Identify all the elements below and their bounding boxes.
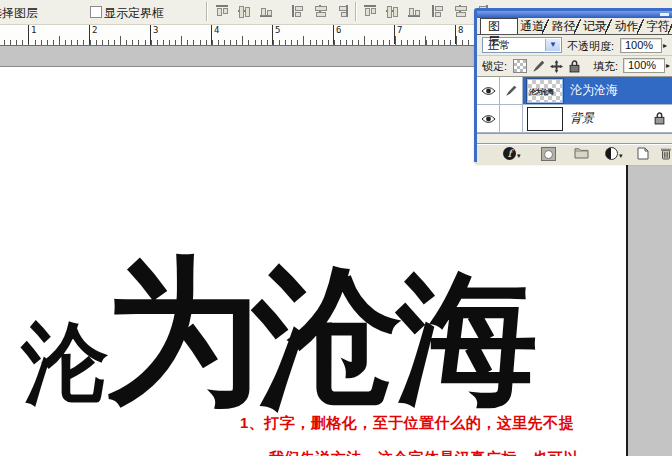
layer-row-background[interactable]: 背景	[477, 105, 672, 133]
tab-character[interactable]: 字符	[644, 19, 672, 34]
layer-name[interactable]: 沦为沧海	[570, 82, 618, 99]
ruler-tick-label: 8	[455, 25, 463, 44]
distribute-vcenter-icon[interactable]	[385, 4, 400, 18]
lock-position-move-icon[interactable]	[549, 59, 563, 73]
ruler-tick-label: 5	[272, 25, 280, 44]
chevron-down-icon[interactable]: ▼	[545, 39, 560, 51]
link-empty-cell[interactable]	[500, 105, 523, 132]
visibility-eye-icon[interactable]	[477, 105, 500, 132]
ruler-tick-label: 3	[150, 25, 158, 44]
caption-line: 1、打字，删格化，至于位置什么的，这里先不提	[240, 414, 579, 432]
layer-select-area[interactable]: 沦为沧海 沦为沧海	[523, 77, 672, 104]
tab-actions[interactable]: 动作	[612, 19, 643, 34]
show-bounding-box-checkbox[interactable]	[90, 6, 102, 18]
artwork-char: 为	[104, 264, 262, 400]
layer-thumbnail[interactable]	[527, 107, 563, 131]
panel-spacer	[477, 133, 672, 143]
delete-layer-trash-icon[interactable]	[660, 147, 672, 160]
tab-channels[interactable]: 通道	[518, 19, 549, 34]
ruler-tick-label: 6	[333, 25, 341, 44]
artwork-char: 海	[396, 278, 538, 400]
fill-label: 填充:	[593, 59, 618, 74]
tab-layers[interactable]: 图层	[480, 18, 518, 34]
lock-pixels-brush-icon[interactable]	[531, 59, 545, 73]
show-bounding-box-label: 显示定界框	[104, 5, 164, 22]
editing-brush-icon[interactable]	[500, 77, 523, 104]
align-top-icon[interactable]	[215, 4, 230, 18]
visibility-eye-icon[interactable]	[477, 77, 500, 104]
tab-paths[interactable]: 路径	[549, 19, 580, 34]
minimize-icon[interactable]	[660, 13, 669, 16]
artwork-text: 沦 为 沧 海	[22, 242, 538, 400]
distribute-hcenter-icon[interactable]	[453, 4, 468, 18]
fill-slider-arrow-icon[interactable]: ▸	[666, 61, 670, 70]
lock-all-icon[interactable]	[567, 59, 581, 73]
panel-bottom-bar: ▾ ▾	[477, 143, 672, 165]
panel-tabs: 图层 通道 路径 记录 动作 字符	[477, 18, 672, 35]
ruler-tick-label: 1	[28, 25, 36, 44]
layers-list: 沦为沧海 沦为沧海 背景	[477, 76, 672, 133]
align-vcenter-icon[interactable]	[237, 4, 252, 18]
panel-titlebar[interactable]	[477, 11, 672, 18]
ruler-tick-label: 4	[211, 25, 219, 44]
align-left-icon[interactable]	[291, 4, 306, 18]
layers-panel: 图层 通道 路径 记录 动作 字符 正常 ▼ 不透明度: 100% ▸ 锁定: …	[474, 8, 672, 162]
background-lock-icon	[654, 112, 665, 125]
lock-row: 锁定: 填充: 100% ▸	[477, 56, 672, 76]
ruler-tick-label: 7	[394, 25, 402, 44]
thumbnail-text: 沦为沧海	[529, 87, 553, 97]
new-group-folder-icon[interactable]	[574, 147, 589, 159]
opacity-slider-arrow-icon[interactable]: ▸	[663, 41, 667, 50]
caption-line: 我们先说方法，这个字体是汉真广标，也可以	[240, 449, 579, 456]
opacity-label: 不透明度:	[567, 39, 614, 54]
layer-mask-icon[interactable]	[541, 147, 556, 161]
separator	[355, 2, 357, 21]
align-hcenter-icon[interactable]	[313, 4, 328, 18]
distribute-bottom-icon[interactable]	[407, 4, 422, 18]
align-bottom-icon[interactable]	[259, 4, 274, 18]
separator	[206, 2, 208, 21]
fill-field[interactable]: 100%	[623, 58, 665, 73]
new-layer-icon[interactable]	[637, 147, 649, 160]
artwork-char: 沧	[254, 273, 402, 400]
layer-thumbnail[interactable]: 沦为沧海	[527, 79, 563, 103]
artwork-char: 沦	[22, 326, 108, 400]
layer-row-text[interactable]: 沦为沧海 沦为沧海	[477, 77, 672, 105]
tab-history[interactable]: 记录	[581, 19, 612, 34]
ruler-tick-label: 2	[89, 25, 97, 44]
lock-transparency-icon[interactable]	[513, 59, 527, 73]
layer-style-icon[interactable]: ▾	[503, 147, 521, 160]
distribute-left-icon[interactable]	[431, 4, 446, 18]
tutorial-caption: 1、打字，删格化，至于位置什么的，这里先不提 我们先说方法，这个字体是汉真广标，…	[240, 414, 579, 456]
lock-label: 锁定:	[482, 59, 507, 74]
align-right-icon[interactable]	[335, 4, 350, 18]
auto-select-layer-label: 选择图层	[0, 5, 38, 22]
adjustment-layer-icon[interactable]: ▾	[605, 147, 623, 160]
distribute-top-icon[interactable]	[363, 4, 378, 18]
layer-name[interactable]: 背景	[570, 110, 594, 127]
opacity-field[interactable]: 100%	[620, 38, 662, 53]
layer-select-area[interactable]: 背景	[523, 105, 672, 132]
